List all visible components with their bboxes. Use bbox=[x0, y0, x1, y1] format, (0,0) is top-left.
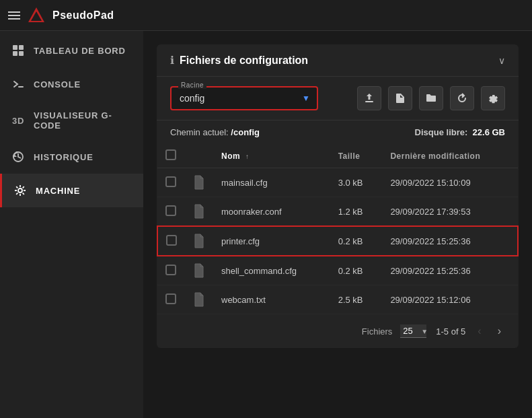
file-icon-cell bbox=[185, 285, 213, 314]
row-checkbox-cell bbox=[157, 256, 185, 285]
add-file-button[interactable] bbox=[388, 86, 412, 110]
sidebar: Tableau de bord Console 3D Visualiseur G… bbox=[0, 31, 143, 418]
content-area: ℹ Fichiers de configuration ∨ Racine con… bbox=[143, 31, 532, 418]
file-icon-cell bbox=[185, 256, 213, 285]
table-row[interactable]: printer.cfg 0.2 kB 29/09/2022 15:25:36 bbox=[157, 226, 518, 256]
disk-free-info: Disque libre: 22.6 GB bbox=[415, 127, 505, 137]
logo-icon bbox=[27, 6, 46, 25]
toolbar-row: Racine config gcodes logs ▼ bbox=[157, 77, 519, 120]
sort-arrow-icon: ↑ bbox=[245, 153, 250, 160]
select-label: Racine bbox=[178, 81, 206, 89]
per-page-wrapper: 10 25 50 ▼ bbox=[400, 324, 428, 338]
directory-select-wrapper: Racine config gcodes logs ▼ bbox=[170, 86, 318, 110]
sidebar-item-gcode[interactable]: 3D Visualiseur G-Code bbox=[0, 101, 143, 140]
file-icon-cell bbox=[185, 197, 213, 227]
file-icon bbox=[193, 204, 205, 219]
name-col-header[interactable]: Nom ↑ bbox=[213, 144, 330, 168]
table-row[interactable]: shell_command.cfg 0.2 kB 29/09/2022 15:2… bbox=[157, 256, 518, 285]
row-checkbox-cell bbox=[157, 197, 185, 227]
table-row[interactable]: mainsail.cfg 3.0 kB 29/09/2022 15:10:09 bbox=[157, 168, 518, 197]
info-icon: ℹ bbox=[170, 54, 174, 67]
file-name-cell[interactable]: printer.cfg bbox=[213, 226, 330, 256]
prev-page-button[interactable]: ‹ bbox=[473, 322, 485, 340]
sidebar-item-machine[interactable]: Machine bbox=[0, 174, 143, 207]
sidebar-item-dashboard-label: Tableau de bord bbox=[34, 46, 132, 56]
topbar: PseudoPad bbox=[0, 0, 532, 31]
svg-rect-2 bbox=[13, 45, 17, 50]
file-size-cell: 3.0 kB bbox=[330, 168, 383, 197]
file-table: Nom ↑ Taille Dernière modification bbox=[157, 144, 519, 314]
row-checkbox[interactable] bbox=[165, 176, 176, 187]
table-header-row: Nom ↑ Taille Dernière modification bbox=[157, 144, 518, 168]
file-name-cell[interactable]: mainsail.cfg bbox=[213, 168, 330, 197]
sidebar-item-dashboard[interactable]: Tableau de bord bbox=[0, 34, 143, 67]
file-icon bbox=[193, 234, 205, 248]
card-header: ℹ Fichiers de configuration ∨ bbox=[157, 44, 519, 77]
pagination-row: Fichiers 10 25 50 ▼ 1-5 of 5 ‹ › bbox=[157, 314, 519, 348]
file-name-cell[interactable]: moonraker.conf bbox=[213, 197, 330, 227]
row-checkbox-cell bbox=[157, 285, 185, 314]
history-icon bbox=[11, 149, 26, 164]
file-date-cell: 29/09/2022 15:25:36 bbox=[382, 256, 518, 285]
file-size-cell: 2.5 kB bbox=[330, 285, 383, 314]
select-all-checkbox[interactable] bbox=[165, 149, 176, 160]
table-row[interactable]: moonraker.conf 1.2 kB 29/09/2022 17:39:5… bbox=[157, 197, 518, 227]
size-col-header[interactable]: Taille bbox=[330, 144, 383, 168]
pagination-range: 1-5 of 5 bbox=[436, 326, 465, 337]
file-icon bbox=[193, 263, 205, 278]
directory-select[interactable]: config gcodes logs bbox=[172, 88, 317, 109]
svg-point-8 bbox=[18, 188, 22, 193]
file-size-cell: 0.2 kB bbox=[330, 226, 383, 256]
per-page-select[interactable]: 10 25 50 bbox=[400, 324, 426, 338]
file-date-cell: 29/09/2022 15:12:06 bbox=[382, 285, 518, 314]
card-title: Fichiers de configuration bbox=[180, 55, 308, 67]
svg-rect-13 bbox=[429, 98, 433, 100]
chevron-down-icon[interactable]: ∨ bbox=[498, 55, 505, 66]
next-page-button[interactable]: › bbox=[494, 322, 505, 340]
main-layout: Tableau de bord Console 3D Visualiseur G… bbox=[0, 31, 532, 418]
current-path-info: Chemin actuel: /config bbox=[170, 127, 260, 137]
sidebar-item-console-label: Console bbox=[34, 79, 132, 90]
row-checkbox[interactable] bbox=[166, 235, 177, 246]
file-size-cell: 0.2 kB bbox=[330, 256, 383, 285]
date-col-header[interactable]: Dernière modification bbox=[382, 144, 518, 168]
file-date-cell: 29/09/2022 15:25:36 bbox=[382, 226, 518, 256]
sidebar-item-gcode-label: Visualiseur G-Code bbox=[34, 110, 132, 131]
sidebar-item-history-label: Historique bbox=[34, 152, 132, 162]
sidebar-item-history[interactable]: Historique bbox=[0, 140, 143, 174]
app-title: PseudoPad bbox=[52, 9, 114, 22]
row-checkbox[interactable] bbox=[165, 265, 176, 275]
settings-button[interactable] bbox=[481, 86, 505, 110]
file-table-body: mainsail.cfg 3.0 kB 29/09/2022 15:10:09 … bbox=[157, 168, 518, 314]
refresh-button[interactable] bbox=[450, 86, 474, 110]
file-date-cell: 29/09/2022 15:10:09 bbox=[382, 168, 518, 197]
upload-file-button[interactable] bbox=[357, 86, 381, 110]
file-name-cell[interactable]: webcam.txt bbox=[213, 285, 330, 314]
file-icon bbox=[193, 292, 205, 307]
file-size-cell: 1.2 kB bbox=[330, 197, 383, 227]
sidebar-item-console[interactable]: Console bbox=[0, 67, 143, 101]
row-checkbox-cell bbox=[157, 226, 185, 256]
sidebar-item-machine-label: Machine bbox=[36, 186, 132, 196]
row-checkbox-cell bbox=[157, 168, 185, 197]
menu-icon[interactable] bbox=[8, 11, 20, 20]
select-all-header bbox=[157, 144, 185, 168]
row-checkbox[interactable] bbox=[165, 205, 176, 216]
file-table-container: Nom ↑ Taille Dernière modification bbox=[157, 144, 519, 314]
console-icon bbox=[11, 77, 26, 92]
file-icon-cell bbox=[185, 226, 213, 256]
file-icon bbox=[193, 175, 205, 190]
info-row: Chemin actuel: /config Disque libre: 22.… bbox=[157, 120, 519, 144]
gcode-icon: 3D bbox=[11, 113, 26, 128]
add-folder-button[interactable] bbox=[419, 86, 443, 110]
machine-icon bbox=[13, 183, 28, 198]
icon-col-header bbox=[185, 144, 213, 168]
table-row[interactable]: webcam.txt 2.5 kB 29/09/2022 15:12:06 bbox=[157, 285, 518, 314]
row-checkbox[interactable] bbox=[165, 293, 176, 304]
svg-rect-4 bbox=[13, 51, 17, 56]
svg-rect-11 bbox=[400, 98, 401, 102]
pagination-files-label: Fichiers bbox=[362, 326, 393, 337]
svg-rect-9 bbox=[365, 101, 373, 102]
file-name-cell[interactable]: shell_command.cfg bbox=[213, 256, 330, 285]
svg-rect-5 bbox=[19, 51, 24, 56]
